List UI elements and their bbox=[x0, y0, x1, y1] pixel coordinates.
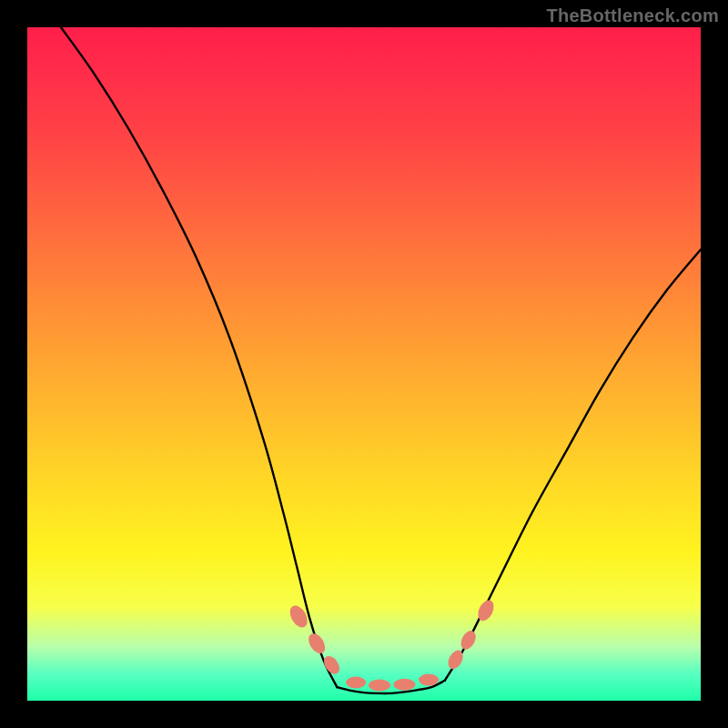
plot-area bbox=[27, 27, 701, 701]
markers-group bbox=[287, 598, 497, 692]
chart-frame: TheBottleneck.com bbox=[0, 0, 728, 728]
valley-marker bbox=[419, 674, 439, 686]
watermark-text: TheBottleneck.com bbox=[546, 5, 719, 26]
valley-marker bbox=[393, 679, 415, 691]
curve-layer bbox=[27, 27, 701, 701]
series-left-curve bbox=[61, 27, 337, 687]
valley-marker bbox=[369, 679, 390, 691]
series-group bbox=[61, 27, 701, 693]
valley-marker bbox=[320, 653, 342, 677]
valley-marker bbox=[458, 628, 479, 652]
valley-marker bbox=[305, 631, 328, 656]
valley-marker bbox=[346, 677, 366, 689]
